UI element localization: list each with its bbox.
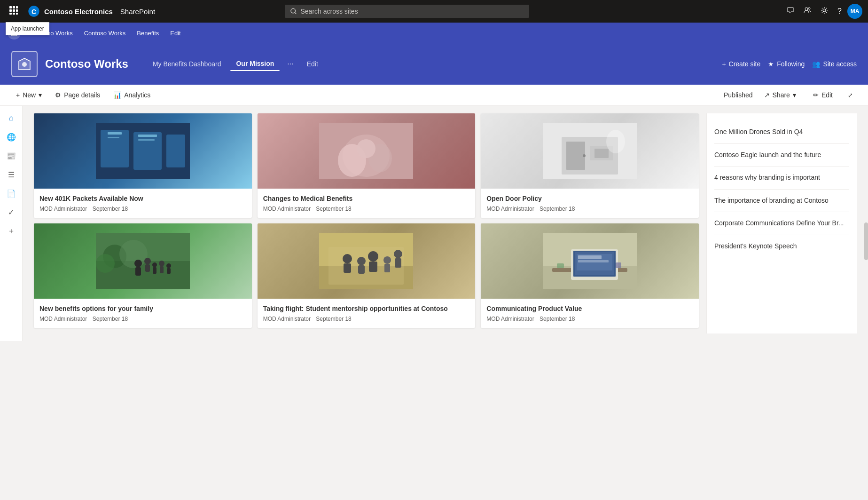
article-image-product [481,223,699,299]
article-author-benefits-family: MOD Administrator [39,316,87,322]
settings-button[interactable] [817,3,832,20]
svg-rect-23 [133,132,162,170]
news-list-item-1[interactable]: Contoso Eagle launch and the future [714,144,849,167]
svg-point-31 [357,139,375,158]
chevron-down-icon: ▾ [39,91,42,99]
article-body-opendoor: Open Door Policy MOD Administrator Septe… [481,189,699,218]
svg-rect-58 [344,263,351,273]
svg-point-48 [152,262,157,267]
site-access-button[interactable]: 👥 Site access [812,60,857,68]
top-bar: App launcher C Contoso Electronics Share… [0,0,868,23]
chat-button[interactable] [783,3,798,20]
article-date-benefits-family: September 18 [93,316,128,322]
article-date-mentorship: September 18 [316,316,351,322]
toolbar-right: Published ↗ Share ▾ ✏ Edit ⤢ [724,88,857,102]
site-nav-more[interactable]: ··· [283,57,297,71]
edit-icon: ✏ [813,91,819,99]
article-body-medical: Changes to Medical Benefits MOD Administ… [258,189,476,218]
svg-rect-37 [594,149,609,158]
svg-point-52 [166,263,171,268]
share-button[interactable]: ↗ Share ▾ [759,88,802,102]
app-launcher-tooltip: App launcher [6,22,49,35]
site-nav-edit[interactable]: Edit [301,57,324,71]
sidebar-home-icon[interactable]: ⌂ [3,110,20,127]
left-sidebar: ⌂ 🌐 📰 ☰ 📄 ✓ ＋ [0,106,23,341]
site-nav-benefits-dashboard[interactable]: My Benefits Dashboard [147,57,227,71]
edit-button[interactable]: ✏ Edit [807,88,838,102]
news-list-item-5[interactable]: President's Keynote Speech [714,235,849,258]
article-title-401k: New 401K Packets Available Now [39,194,246,203]
svg-rect-21 [108,132,122,135]
user-avatar[interactable]: MA [847,4,862,19]
sidebar-add-icon[interactable]: ＋ [3,222,20,239]
app-launcher-button[interactable]: App launcher [6,2,22,21]
article-card-product[interactable]: Communicating Product Value MOD Administ… [481,223,699,328]
news-list-item-4[interactable]: Corporate Communications Define Your Br.… [714,212,849,235]
people-button[interactable] [800,3,815,20]
scrollbar-thumb[interactable] [864,222,868,260]
svg-point-63 [383,256,391,264]
svg-point-35 [583,154,586,157]
new-button[interactable]: + New ▾ [11,88,47,102]
svg-rect-7 [13,13,15,15]
article-card-medical[interactable]: Changes to Medical Benefits MOD Administ… [258,113,476,218]
analytics-button[interactable]: 📊 Analytics [109,88,155,102]
article-meta-opendoor: MOD Administrator September 18 [486,206,693,212]
star-icon: ★ [768,60,774,68]
svg-rect-76 [557,263,564,268]
svg-point-61 [368,251,378,262]
published-status: Published [724,91,753,99]
sidebar-list-icon[interactable]: ☰ [3,166,20,183]
svg-point-46 [144,258,151,264]
news-list-title-2: 4 reasons why branding is important [714,173,849,183]
article-card-401k[interactable]: New 401K Packets Available Now MOD Admin… [34,113,252,218]
sub-navigation: Contoso Works Contoso Works Benefits Edi… [0,23,868,43]
article-image-medical [258,113,476,189]
news-list-item-2[interactable]: 4 reasons why branding is important [714,167,849,190]
sidebar-document-icon[interactable]: 📄 [3,185,20,202]
subnav-item-edit[interactable]: Edit [165,28,185,39]
article-card-opendoor[interactable]: Open Door Policy MOD Administrator Septe… [481,113,699,218]
search-input[interactable] [300,8,524,15]
article-body-mentorship: Taking flight: Student mentorship opport… [258,299,476,328]
article-author-mentorship: MOD Administrator [263,316,311,322]
svg-rect-6 [9,13,12,15]
article-author-401k: MOD Administrator [39,206,87,212]
article-meta-mentorship: MOD Administrator September 18 [263,316,470,322]
sidebar-news-icon[interactable]: 📰 [3,147,20,164]
expand-button[interactable]: ⤢ [844,89,857,102]
help-button[interactable]: ? [834,3,845,19]
sidebar-checklist-icon[interactable]: ✓ [3,204,20,221]
svg-rect-3 [9,9,12,12]
svg-rect-20 [101,130,129,167]
svg-point-43 [96,254,115,273]
svg-rect-51 [160,266,164,273]
site-nav-our-mission[interactable]: Our Mission [230,57,280,71]
article-title-mentorship: Taking flight: Student mentorship opport… [263,304,470,313]
page-details-button[interactable]: ⚙ Page details [50,88,105,102]
article-row-1: New 401K Packets Available Now MOD Admin… [34,113,699,218]
subnav-item-benefits[interactable]: Benefits [132,28,164,39]
expand-icon: ⤢ [848,92,853,99]
gear-icon: ⚙ [55,91,61,99]
site-title: Contoso Works [45,57,128,71]
share-icon: ↗ [764,91,770,99]
svg-rect-24 [138,135,157,137]
subnav-item-contoso-works-2[interactable]: Contoso Works [79,28,131,39]
news-list-item-0[interactable]: One Million Drones Sold in Q4 [714,121,849,144]
scrollbar-track[interactable] [864,222,868,341]
svg-rect-47 [145,264,150,272]
svg-point-18 [22,62,27,67]
news-list-item-3[interactable]: The importance of branding at Contoso [714,190,849,213]
article-card-benefits-family[interactable]: New benefits options for your family MOD… [34,223,252,328]
svg-rect-64 [384,264,390,272]
article-title-benefits-family: New benefits options for your family [39,304,246,313]
sidebar-globe-icon[interactable]: 🌐 [3,128,20,145]
article-date-401k: September 18 [93,206,128,212]
site-header: Contoso Works My Benefits Dashboard Our … [0,43,868,85]
article-area: New 401K Packets Available Now MOD Admin… [23,106,868,341]
following-button[interactable]: ★ Following [768,60,805,68]
create-site-button[interactable]: + Create site [722,60,760,68]
article-card-mentorship[interactable]: Taking flight: Student mentorship opport… [258,223,476,328]
svg-rect-0 [9,6,12,8]
